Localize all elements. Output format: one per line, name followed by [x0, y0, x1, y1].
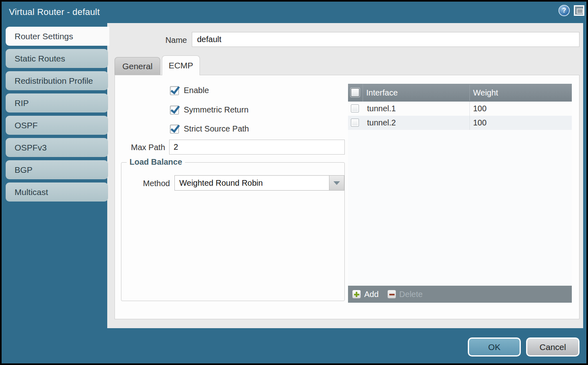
- sidebar-item-rip[interactable]: RIP: [6, 93, 108, 112]
- table-row-tunnel1[interactable]: tunnel.1 100: [348, 102, 572, 116]
- method-label: Method: [133, 179, 170, 188]
- header-checkbox-cell: [348, 84, 363, 102]
- sidebar-item-static-routes[interactable]: Static Routes: [6, 49, 108, 68]
- method-dropdown-button[interactable]: [329, 176, 344, 190]
- symmetric-return-checkbox[interactable]: [170, 106, 179, 115]
- select-all-checkbox[interactable]: [351, 88, 359, 97]
- dialog-title: Virtual Router - default: [9, 7, 100, 17]
- ok-button[interactable]: OK: [468, 337, 521, 357]
- virtual-router-dialog: Virtual Router - default Router Settings…: [0, 0, 588, 365]
- plus-icon: [352, 290, 361, 299]
- cancel-button[interactable]: Cancel: [526, 337, 580, 357]
- method-selected-value: Weighted Round Robin: [179, 176, 263, 190]
- cell-interface: tunnel.1: [367, 102, 396, 116]
- cell-interface: tunnel.2: [367, 116, 396, 130]
- table-row-tunnel2[interactable]: tunnel.2 100: [348, 116, 572, 130]
- dialog-background: Virtual Router - default Router Settings…: [2, 2, 586, 363]
- sidebar-item-bgp[interactable]: BGP: [6, 160, 108, 179]
- symmetric-return-label: Symmetric Return: [184, 105, 248, 115]
- name-input[interactable]: [192, 32, 580, 47]
- minus-icon: [387, 290, 396, 299]
- sidebar-item-multicast[interactable]: Multicast: [6, 182, 108, 202]
- interface-table: Interface Weight tunnel.1 100 tunnel.2 1…: [348, 84, 572, 303]
- sidebar-item-router-settings[interactable]: Router Settings: [6, 27, 109, 46]
- column-header-weight[interactable]: Weight: [473, 84, 570, 102]
- name-label: Name: [135, 36, 187, 45]
- max-path-input[interactable]: [169, 140, 345, 155]
- strict-source-path-checkbox-row: Strict Source Path: [170, 124, 249, 134]
- enable-checkbox-row: Enable: [170, 86, 209, 95]
- add-button-label: Add: [364, 290, 379, 299]
- sidebar-item-ospf[interactable]: OSPF: [6, 116, 108, 135]
- symmetric-return-checkbox-row: Symmetric Return: [170, 105, 248, 115]
- column-header-interface[interactable]: Interface: [366, 84, 469, 102]
- table-footer: Add Delete: [348, 286, 572, 303]
- method-dropdown[interactable]: Weighted Round Robin: [174, 175, 344, 191]
- add-button[interactable]: Add: [352, 290, 379, 299]
- strict-source-path-checkbox[interactable]: [170, 125, 179, 134]
- delete-button[interactable]: Delete: [387, 290, 423, 299]
- delete-button-label: Delete: [399, 290, 423, 299]
- enable-label: Enable: [184, 86, 209, 95]
- enable-checkbox[interactable]: [170, 86, 179, 95]
- load-balance-fieldset: Load Balance Method Weighted Round Robin: [121, 162, 345, 301]
- help-icon[interactable]: [558, 5, 570, 16]
- column-divider: [469, 85, 470, 101]
- row-checkbox-tunnel1[interactable]: [351, 104, 359, 112]
- tab-ecmp[interactable]: ECMP: [162, 55, 200, 75]
- row-checkbox-tunnel2[interactable]: [351, 119, 359, 127]
- table-empty-area: [348, 130, 572, 286]
- strict-source-path-label: Strict Source Path: [184, 124, 249, 134]
- tab-general[interactable]: General: [115, 57, 160, 75]
- load-balance-legend: Load Balance: [127, 157, 185, 167]
- sidebar: Router Settings Static Routes Redistribu…: [6, 27, 108, 205]
- ecmp-panel: Enable Symmetric Return Strict Source Pa…: [115, 75, 580, 319]
- sidebar-item-redistribution-profile[interactable]: Redistribution Profile: [6, 71, 108, 90]
- window-restore-icon[interactable]: [574, 5, 584, 16]
- interface-table-header: Interface Weight: [348, 84, 572, 102]
- sidebar-item-ospfv3[interactable]: OSPFv3: [6, 138, 108, 157]
- cell-weight: 100: [473, 102, 486, 116]
- chevron-down-icon: [333, 181, 340, 185]
- max-path-label: Max Path: [122, 143, 165, 152]
- cell-weight: 100: [473, 116, 486, 130]
